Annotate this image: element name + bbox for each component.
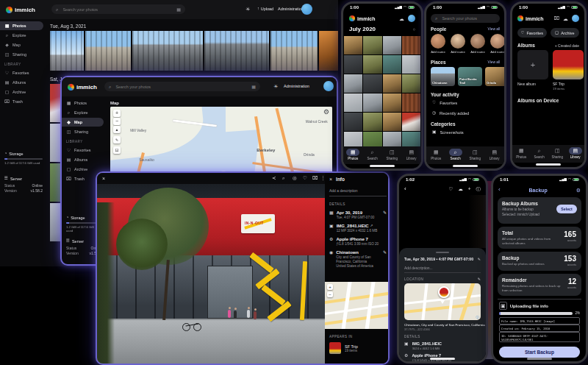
photo-thumbnail[interactable] <box>344 113 362 131</box>
sidebar-item-sharing[interactable]: ◫Sharing <box>62 127 104 136</box>
user-avatar[interactable] <box>572 15 579 22</box>
search-bar[interactable]: ⌕ ▦ <box>51 4 185 14</box>
favorites-pill-button[interactable]: ♡Favorites <box>517 28 547 38</box>
search-input[interactable] <box>440 15 495 21</box>
sidebar-item-favorites[interactable]: ♡Favorites <box>0 68 43 77</box>
mini-map-zoom-in[interactable]: + <box>327 284 333 290</box>
nav-sharing[interactable]: ◫Sharing <box>548 147 566 159</box>
place-card[interactable]: Chinatown <box>431 67 455 86</box>
description-field[interactable]: Add a description <box>329 188 387 196</box>
photo-area[interactable] <box>399 195 486 248</box>
edit-date-icon[interactable]: ✎ <box>478 258 481 261</box>
nav-search[interactable]: ⌕Search <box>531 147 548 159</box>
sidebar-item-explore[interactable]: ⌕Explore <box>0 31 43 40</box>
add-icon[interactable]: + <box>468 187 471 192</box>
upload-cloud-icon[interactable]: ☁ <box>458 187 463 192</box>
nav-library[interactable]: ▤Library <box>403 149 420 160</box>
place-card[interactable]: Orinda <box>485 67 506 86</box>
context-search-icon[interactable]: ▦ <box>251 85 256 89</box>
favorite-heart-icon[interactable]: ♡ <box>448 187 453 192</box>
add-name-link[interactable]: Add name <box>431 50 445 54</box>
photo-thumbnail[interactable] <box>402 113 420 131</box>
add-name-link[interactable]: Add name <box>470 50 485 54</box>
fullscreen-button[interactable]: ⊡ <box>113 146 121 154</box>
gear-icon[interactable]: ⚙ <box>576 188 581 193</box>
photo-in-n-out-storefront[interactable]: IN-N-OUT <box>97 173 325 365</box>
nav-library[interactable]: ▤Library <box>567 147 584 159</box>
photo-thumbnail[interactable] <box>85 31 131 71</box>
screenshots-row[interactable]: ▣Screenshots <box>432 130 464 135</box>
sidebar-item-albums[interactable]: ▤Albums <box>62 155 104 164</box>
photo-thumbnail[interactable] <box>383 113 401 131</box>
sidebar-item-photos[interactable]: ▦Photos <box>0 21 43 30</box>
add-name-link[interactable]: Add name <box>451 50 465 54</box>
photo-thumbnail[interactable] <box>204 31 269 71</box>
favorite-heart-icon[interactable]: ♡ <box>303 176 307 181</box>
theme-toggle-icon[interactable]: ☀ <box>245 7 250 12</box>
open-external-icon[interactable]: ↗ <box>370 224 373 228</box>
slideshow-icon[interactable]: ◎ <box>293 176 297 181</box>
compass-button[interactable]: ▲ <box>113 126 121 133</box>
recently-added-row[interactable]: ◷Recently added <box>432 111 469 116</box>
sidebar-item-albums[interactable]: ▤Albums <box>0 78 43 87</box>
map-settings-gear-icon[interactable]: ⚙ <box>323 109 329 116</box>
photo-thumbnail[interactable] <box>402 93 420 112</box>
user-avatar[interactable] <box>408 15 415 22</box>
photo-thumbnail[interactable] <box>383 36 401 54</box>
share-icon[interactable]: ≺ <box>272 176 276 181</box>
photo-thumbnail[interactable] <box>363 113 381 131</box>
info-icon[interactable]: ⓘ <box>476 187 481 192</box>
start-backup-button[interactable]: Start Backup <box>499 347 580 358</box>
draw-button[interactable]: ✎ <box>113 136 121 143</box>
albums-sort-button[interactable]: + Created date <box>555 43 579 48</box>
zoom-out-button[interactable]: − <box>113 118 121 125</box>
photo-thumbnail[interactable] <box>344 93 362 112</box>
search-bar[interactable]: ⌕ <box>431 14 500 23</box>
person-face[interactable]: Add name <box>431 34 445 54</box>
sidebar-item-explore[interactable]: ⌕Explore <box>62 108 104 117</box>
administration-link[interactable]: Administration <box>278 7 304 11</box>
sidebar-item-favorites[interactable]: ♡Favorites <box>62 146 104 155</box>
photo-thumbnail[interactable] <box>132 31 203 71</box>
photo-thumbnail[interactable] <box>319 31 338 71</box>
photo-thumbnail[interactable] <box>402 74 420 93</box>
nav-search[interactable]: ⌕Search <box>364 149 381 160</box>
nav-photos[interactable]: ▦Photos <box>512 147 530 159</box>
nav-sharing[interactable]: ◫Sharing <box>466 149 484 160</box>
sheet-drag-handle[interactable] <box>436 252 449 253</box>
photo-thumbnail[interactable] <box>363 74 381 93</box>
photo-thumbnail[interactable] <box>383 93 401 112</box>
nav-search[interactable]: ⌕Search <box>447 149 465 160</box>
photo-thumbnail[interactable] <box>363 93 381 112</box>
people-view-all-link[interactable]: View all <box>488 27 500 31</box>
person-face[interactable]: Add name <box>490 34 505 54</box>
search-input[interactable] <box>114 84 248 90</box>
close-info-icon[interactable]: × <box>329 177 332 182</box>
backup-cloud-icon[interactable]: ☁ <box>399 16 404 21</box>
sidebar-item-archive[interactable]: ▢Archive <box>62 165 104 174</box>
zoom-image-icon[interactable]: ⌕ <box>282 176 285 181</box>
photo-thumbnail[interactable] <box>363 36 381 54</box>
backup-cloud-icon[interactable]: ☁ <box>563 16 568 21</box>
sidebar-item-map[interactable]: ◈Map <box>62 118 104 127</box>
sidebar-item-sharing[interactable]: ◫Sharing <box>0 50 43 59</box>
mini-map-zoom-out[interactable]: − <box>327 291 333 297</box>
sidebar-item-archive[interactable]: ▢Archive <box>0 88 43 96</box>
photo-thumbnail[interactable] <box>383 55 401 74</box>
zoom-in-button[interactable]: + <box>113 110 121 117</box>
photo-thumbnail[interactable] <box>402 55 420 74</box>
search-input[interactable] <box>61 7 173 13</box>
description-field[interactable]: Add description... <box>404 266 481 273</box>
multiselect-icon[interactable]: ○ <box>412 27 415 32</box>
edit-location-icon[interactable]: ✎ <box>478 277 481 281</box>
info-mini-map[interactable]: + − <box>325 282 390 329</box>
photo-thumbnail[interactable] <box>50 31 84 71</box>
sidebar-item-map[interactable]: ◈Map <box>0 40 43 49</box>
close-viewer-icon[interactable]: × <box>102 176 105 181</box>
places-view-all-link[interactable]: View all <box>488 60 500 64</box>
nav-photos[interactable]: ▦Photos <box>427 149 445 160</box>
sidebar-item-photos[interactable]: ▦Photos <box>62 99 104 107</box>
nav-photos[interactable]: ▦Photos <box>344 149 362 160</box>
favorites-row[interactable]: ♡Favorites <box>432 101 457 105</box>
archive-pill-button[interactable]: ▢Archive <box>551 28 580 38</box>
